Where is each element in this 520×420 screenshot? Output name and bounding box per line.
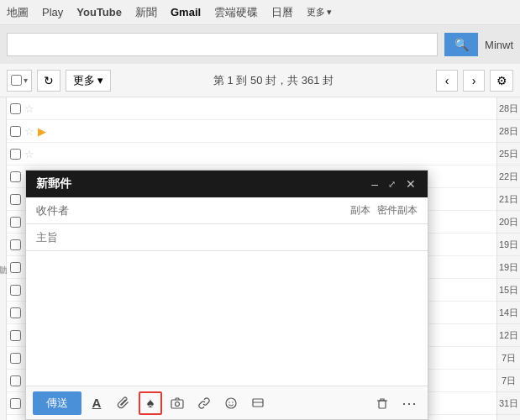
- compose-attach-button[interactable]: [112, 391, 135, 415]
- compose-format-button[interactable]: A: [85, 391, 108, 415]
- row-checkbox[interactable]: [10, 285, 21, 296]
- compose-cc-link[interactable]: 副本: [350, 203, 370, 218]
- toolbar-row: ▾ ↻ 更多 ▾ 第 1 到 50 封，共 361 封 ‹ › ⚙: [0, 64, 520, 97]
- svg-point-4: [232, 402, 233, 402]
- top-nav: 地圖 Play YouTube 新聞 Gmail 雲端硬碟 日曆 更多 ▾: [0, 0, 520, 25]
- table-row: ☆: [7, 143, 496, 165]
- row-checkbox[interactable]: [10, 398, 21, 409]
- compose-toolbar: 傳送 A ♠: [26, 386, 428, 419]
- date-item: 19日: [497, 256, 520, 279]
- compose-subject-input[interactable]: [36, 231, 418, 244]
- compose-subject-row: [26, 224, 428, 251]
- star-icon[interactable]: ☆: [24, 148, 34, 160]
- left-strip: 助請: [0, 97, 7, 420]
- link-icon: [197, 396, 211, 410]
- settings-icon: ⚙: [496, 74, 507, 87]
- search-button[interactable]: 🔍: [444, 33, 478, 56]
- emoji-icon: [224, 396, 238, 410]
- compose-comment-button[interactable]: [246, 391, 270, 415]
- compose-emoji-button[interactable]: [219, 391, 243, 415]
- search-icon: 🔍: [454, 38, 469, 51]
- prev-page-button[interactable]: ‹: [436, 70, 458, 92]
- main-area: 助請 ☆ ☆ ▶ ☆ ☆ ☆ ☆ ☆ ▶: [0, 97, 520, 420]
- row-checkbox[interactable]: [10, 375, 21, 386]
- compose-header-actions: – ⤢ ✕: [370, 177, 418, 191]
- nav-youtube[interactable]: YouTube: [76, 6, 122, 18]
- compose-resize-button[interactable]: ⤢: [386, 179, 397, 190]
- nav-calendar[interactable]: 日曆: [271, 5, 293, 20]
- checkbox-dropdown-arrow[interactable]: ▾: [24, 76, 28, 85]
- compose-header: 新郵件 – ⤢ ✕: [26, 171, 428, 197]
- compose-minimize-button[interactable]: –: [370, 177, 380, 191]
- select-all-checkbox-wrap[interactable]: ▾: [7, 70, 32, 92]
- compose-title: 新郵件: [36, 176, 370, 192]
- row-checkbox[interactable]: [10, 171, 21, 182]
- date-item: 22日: [497, 165, 520, 188]
- compose-to-input[interactable]: [78, 204, 350, 217]
- row-checkbox[interactable]: [10, 126, 21, 137]
- svg-point-3: [228, 402, 229, 402]
- date-item: 7日: [497, 347, 520, 370]
- comment-icon: [251, 396, 265, 410]
- select-all-checkbox[interactable]: [11, 75, 22, 86]
- compose-body[interactable]: [26, 251, 428, 386]
- row-checkbox[interactable]: [10, 194, 21, 205]
- drive-icon: ♠: [147, 396, 155, 411]
- search-input-wrap: [7, 33, 438, 56]
- date-item: 28日: [497, 97, 520, 120]
- more-label: 更多: [73, 73, 95, 88]
- compose-to-row: 收件者 副本 密件副本: [26, 197, 428, 224]
- svg-point-1: [176, 402, 180, 406]
- star-icon[interactable]: ☆: [24, 125, 34, 138]
- date-item: 15日: [497, 279, 520, 302]
- row-checkbox[interactable]: [10, 307, 21, 318]
- paperclip-icon: [117, 396, 130, 410]
- compose-link-button[interactable]: [192, 391, 216, 415]
- folder-icon[interactable]: ▶: [38, 125, 46, 138]
- compose-window: 新郵件 – ⤢ ✕ 收件者 副本 密件副本 傳送 A: [25, 170, 428, 420]
- date-item: 7日: [497, 370, 520, 392]
- date-item: 14日: [497, 302, 520, 324]
- prev-icon: ‹: [445, 74, 449, 87]
- trash-icon: [376, 396, 389, 410]
- svg-rect-0: [171, 400, 183, 408]
- row-checkbox[interactable]: [10, 330, 21, 341]
- more-button[interactable]: 更多 ▾: [66, 70, 111, 92]
- compose-close-button[interactable]: ✕: [404, 177, 418, 191]
- svg-rect-7: [379, 401, 386, 408]
- refresh-button[interactable]: ↻: [37, 70, 60, 92]
- search-input[interactable]: [7, 33, 438, 56]
- row-checkbox[interactable]: [10, 353, 21, 364]
- nav-drive[interactable]: 雲端硬碟: [214, 5, 258, 20]
- compose-delete-button[interactable]: [370, 391, 394, 415]
- compose-to-label: 收件者: [36, 203, 78, 218]
- settings-button[interactable]: ⚙: [490, 70, 513, 92]
- row-checkbox[interactable]: [10, 149, 21, 160]
- compose-more-button[interactable]: ⋯: [397, 391, 421, 415]
- next-page-button[interactable]: ›: [463, 70, 485, 92]
- refresh-icon: ↻: [44, 74, 54, 87]
- more-arrow-icon: ▾: [97, 74, 103, 87]
- nav-maps[interactable]: 地圖: [7, 5, 29, 20]
- row-checkbox[interactable]: [10, 262, 21, 273]
- nav-gmail[interactable]: Gmail: [171, 6, 201, 18]
- date-item: 28日: [497, 120, 520, 143]
- star-icon[interactable]: ☆: [24, 102, 34, 115]
- next-icon: ›: [472, 74, 476, 87]
- user-label: Minwt: [485, 39, 513, 51]
- compose-photo-button[interactable]: [165, 391, 189, 415]
- table-row: ☆ ▶: [7, 120, 496, 143]
- nav-play[interactable]: Play: [42, 6, 63, 18]
- row-checkbox[interactable]: [10, 103, 21, 114]
- row-checkbox[interactable]: [10, 239, 21, 250]
- compose-send-button[interactable]: 傳送: [33, 391, 81, 415]
- date-item: 19日: [497, 234, 520, 256]
- right-date-strip: 28日 28日 25日 22日 21日 20日 19日 19日 15日 14日 …: [496, 97, 520, 420]
- compose-drive-button[interactable]: ♠: [139, 391, 162, 415]
- compose-bcc-link[interactable]: 密件副本: [377, 203, 418, 218]
- nav-news[interactable]: 新聞: [135, 5, 157, 20]
- date-item: 20日: [497, 211, 520, 234]
- nav-more[interactable]: 更多 ▾: [307, 6, 332, 18]
- table-row: ☆: [7, 97, 496, 120]
- row-checkbox[interactable]: [10, 217, 21, 228]
